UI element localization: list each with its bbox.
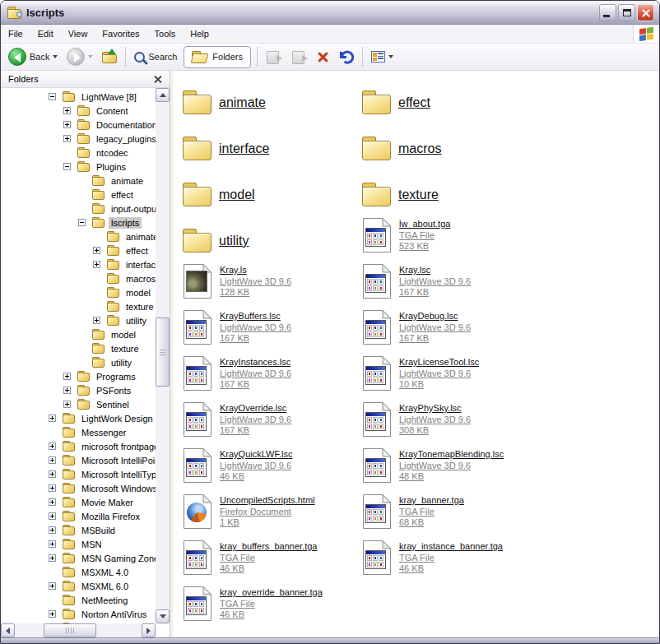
scroll-track[interactable]	[15, 623, 142, 637]
folder-tile[interactable]: model	[183, 171, 362, 217]
tree-item-label[interactable]: Programs	[94, 371, 138, 382]
file-tile[interactable]: KrayPhySky.lsc LightWave 3D 9.6 308 KB	[362, 401, 634, 447]
tree-expand-toggle[interactable]	[63, 163, 71, 170]
tree-expand-toggle[interactable]	[78, 219, 86, 226]
file-tile[interactable]: KrayTonemapBlending.lsc LightWave 3D 9.6…	[362, 447, 634, 493]
tree-item-label[interactable]: effect	[109, 189, 136, 201]
tree-item-label[interactable]: MSXML 6.0	[79, 581, 131, 592]
file-tile[interactable]: KrayDebug.lsc LightWave 3D 9.6 167 KB	[362, 309, 634, 355]
file-name-link[interactable]: KrayTonemapBlending.lsc	[399, 449, 504, 460]
tree-item[interactable]: interface	[1, 257, 156, 271]
scroll-left-button[interactable]	[1, 623, 15, 637]
tree-item[interactable]: microsoft frontpage	[1, 439, 156, 453]
tree-expand-toggle[interactable]	[49, 484, 56, 492]
tree-item-label[interactable]: animate	[123, 231, 156, 243]
tree-item[interactable]: MSN Gaming Zone	[1, 551, 156, 565]
tree-expand-toggle[interactable]	[49, 582, 56, 590]
tree-item[interactable]: MSBuild	[1, 523, 156, 537]
folder-tile[interactable]: utility	[183, 217, 362, 263]
maximize-button[interactable]	[618, 4, 635, 21]
tree-expand-toggle[interactable]	[49, 415, 56, 422]
file-name-link[interactable]: KrayQuickLWF.lsc	[220, 449, 292, 460]
undo-button[interactable]	[336, 49, 356, 66]
file-name-link[interactable]: lw_about.tga	[399, 219, 450, 229]
menu-item-view[interactable]: View	[61, 25, 95, 43]
menu-item-edit[interactable]: Edit	[30, 25, 61, 43]
tree-item-label[interactable]: legacy_plugins	[94, 133, 156, 145]
tree-item[interactable]: MSXML 6.0	[1, 579, 156, 593]
tree-item[interactable]: Microsoft Windows	[1, 481, 156, 495]
tree-item[interactable]: Mozilla Firefox	[1, 509, 156, 523]
folder-name-link[interactable]: model	[219, 187, 255, 202]
file-name-link[interactable]: KrayBuffers.lsc	[220, 311, 291, 322]
tree-item-label[interactable]: microsoft frontpage	[79, 441, 156, 452]
file-tile[interactable]: KrayLicenseTool.lsc LightWave 3D 9.6 10 …	[362, 355, 634, 401]
tree-expand-toggle[interactable]	[63, 135, 71, 142]
tree-expand-toggle[interactable]	[93, 261, 100, 268]
tree-item[interactable]: LightWave [8]	[1, 90, 156, 104]
delete-button[interactable]	[314, 49, 332, 65]
tree-expand-toggle[interactable]	[49, 512, 56, 520]
search-button[interactable]: Search	[132, 50, 179, 64]
file-tile[interactable]: kray_buffers_banner.tga TGA File 46 KB	[183, 540, 362, 586]
tree-expand-toggle[interactable]	[63, 107, 71, 114]
scroll-right-button[interactable]	[142, 623, 156, 637]
tree-expand-toggle[interactable]	[63, 401, 71, 408]
tree-item[interactable]: Norton AntiVirus	[1, 607, 156, 621]
tree-item[interactable]: Movie Maker	[1, 495, 156, 509]
tree-item-label[interactable]: model	[109, 329, 138, 341]
scroll-down-button[interactable]	[156, 609, 170, 623]
tree-item[interactable]: Microsoft IntelliType	[1, 467, 156, 481]
tree-item-label[interactable]: Movie Maker	[79, 497, 136, 508]
tree-horizontal-scrollbar[interactable]	[1, 623, 156, 637]
tree-expand-toggle[interactable]	[49, 610, 56, 618]
scroll-up-button[interactable]	[156, 88, 170, 102]
tree-item[interactable]: Programs	[1, 369, 156, 383]
file-name-link[interactable]: KrayOverride.lsc	[220, 403, 291, 414]
tree-item[interactable]: input-output	[1, 202, 156, 215]
forward-button[interactable]	[64, 46, 95, 67]
folder-name-link[interactable]: interface	[219, 141, 269, 156]
tree-item[interactable]: ntcodec	[1, 146, 156, 160]
tree-item-label[interactable]: input-output	[109, 203, 156, 215]
close-button[interactable]	[637, 4, 654, 21]
tree-item[interactable]: LightWork Design	[1, 411, 156, 425]
tree-item[interactable]: Content	[1, 104, 156, 118]
tree-item-label[interactable]: utility	[109, 357, 134, 368]
views-dropdown-icon[interactable]	[388, 55, 393, 58]
tree-expand-toggle[interactable]	[49, 554, 56, 562]
tree-item[interactable]: lscripts	[1, 215, 156, 229]
tree-expand-toggle[interactable]	[49, 470, 56, 478]
tree-item-label[interactable]: ntcodec	[94, 147, 131, 159]
tree-item-label[interactable]: Norton AntiVirus	[79, 609, 149, 620]
menu-item-tools[interactable]: Tools	[147, 25, 184, 43]
tree-expand-toggle[interactable]	[93, 247, 100, 254]
tree-item-label[interactable]: Sentinel	[94, 399, 132, 410]
tree-item-label[interactable]: MSXML 4.0	[79, 567, 131, 578]
tree-vertical-scrollbar[interactable]	[156, 88, 170, 623]
scroll-thumb[interactable]	[44, 623, 96, 637]
folder-tile[interactable]: interface	[183, 125, 362, 171]
file-name-link[interactable]: UncompiledScripts.html	[220, 495, 315, 506]
folder-name-link[interactable]: macros	[398, 141, 441, 156]
file-tile[interactable]: kray_instance_banner.tga TGA File 46 KB	[362, 540, 634, 586]
file-name-link[interactable]: KrayInstances.lsc	[220, 357, 291, 368]
folder-tile[interactable]: macros	[362, 125, 634, 171]
tree-item-label[interactable]: texture	[109, 343, 142, 354]
tree-item[interactable]: utility	[1, 313, 156, 327]
file-name-link[interactable]: kray_banner.tga	[399, 495, 464, 506]
folders-pane-close-icon[interactable]	[153, 75, 162, 84]
file-tile[interactable]: KrayQuickLWF.lsc LightWave 3D 9.6 46 KB	[183, 447, 362, 493]
tree-item-label[interactable]: PSFonts	[94, 385, 133, 396]
tree-expand-toggle[interactable]	[49, 526, 56, 534]
tree-expand-toggle[interactable]	[63, 387, 71, 394]
up-button[interactable]	[100, 49, 119, 65]
tree-item[interactable]: model	[1, 285, 156, 299]
file-name-link[interactable]: Kray.ls	[220, 265, 291, 276]
tree-item[interactable]: animate	[1, 174, 156, 188]
file-name-link[interactable]: kray_override_banner.tga	[220, 587, 323, 598]
tree-item[interactable]: Sentinel	[1, 397, 156, 411]
tree-expand-toggle[interactable]	[49, 498, 56, 506]
file-tile[interactable]: Kray.ls LightWave 3D 9.6 128 KB	[183, 263, 362, 309]
scroll-track[interactable]	[156, 102, 170, 609]
